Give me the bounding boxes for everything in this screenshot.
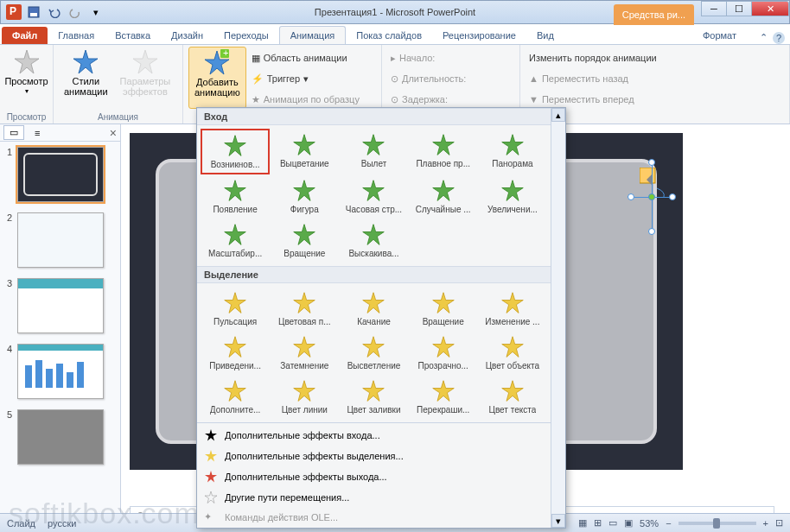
emphasis-effect-item[interactable]: Изменение ... xyxy=(478,287,547,331)
maximize-button[interactable]: ☐ xyxy=(726,1,752,16)
delay-field[interactable]: ⊙ Задержка: xyxy=(387,90,514,109)
entrance-effect-item[interactable]: Вылет xyxy=(339,129,408,174)
emphasis-effect-item[interactable]: Дополните... xyxy=(201,375,270,419)
qat-customize[interactable]: ▾ xyxy=(87,3,105,21)
tab-design[interactable]: Дизайн xyxy=(161,27,213,44)
scroll-down-icon[interactable]: ▾ xyxy=(551,514,565,528)
more-exit-effects[interactable]: Дополнительные эффекты выхода... xyxy=(197,466,551,487)
star-icon xyxy=(292,179,316,203)
emphasis-effect-item[interactable]: Высветление xyxy=(339,331,408,375)
emphasis-effect-item[interactable]: Прозрачно... xyxy=(409,331,478,375)
tab-slideshow[interactable]: Показ слайдов xyxy=(346,27,432,44)
star-icon xyxy=(361,335,385,359)
emphasis-effect-item[interactable]: Цвет объекта xyxy=(478,331,547,375)
undo-button[interactable] xyxy=(46,3,63,21)
slide-thumbnail-2[interactable]: 2 xyxy=(0,207,120,273)
move-earlier-button[interactable]: ▲ Переместить назад xyxy=(526,69,784,88)
scroll-up-icon[interactable]: ▴ xyxy=(551,108,565,122)
emphasis-effect-item[interactable]: Затемнение xyxy=(270,331,339,375)
slide-thumbnail-5[interactable]: 5 xyxy=(0,404,120,470)
contextual-tab-drawing[interactable]: Средства ри... xyxy=(614,4,694,25)
thumbnails-close[interactable]: × xyxy=(110,126,117,140)
entrance-effect-item[interactable]: Фигура xyxy=(270,174,339,218)
app-icon[interactable] xyxy=(6,4,22,20)
svg-marker-42 xyxy=(502,381,524,402)
emphasis-effect-item[interactable]: Перекраши... xyxy=(409,375,478,419)
emphasis-effect-item[interactable]: Качание xyxy=(339,287,408,331)
entrance-effect-item[interactable]: Часовая стр... xyxy=(339,174,408,218)
zoom-slider[interactable] xyxy=(679,522,756,525)
view-sorter-icon[interactable]: ⊞ xyxy=(594,517,602,529)
entrance-effect-item[interactable]: Панорама xyxy=(478,129,547,174)
selection-handles[interactable] xyxy=(631,162,674,231)
tab-view[interactable]: Вид xyxy=(526,27,564,44)
thumbnails-tab-slides[interactable]: ▭ xyxy=(3,125,24,140)
ribbon-minimize-icon[interactable]: ⌃ xyxy=(760,32,768,44)
entrance-effect-item[interactable]: Плавное пр... xyxy=(409,129,478,174)
emphasis-effect-item[interactable]: Пульсация xyxy=(201,287,270,331)
status-slide: Слайд xyxy=(7,518,35,529)
zoom-in-button[interactable]: + xyxy=(763,518,768,529)
emphasis-effect-item[interactable]: Цвет заливки xyxy=(339,375,408,419)
star-icon xyxy=(500,291,525,315)
zoom-level[interactable]: 53% xyxy=(640,518,659,529)
slide-thumbnail-4[interactable]: 4 xyxy=(0,339,120,404)
tab-transitions[interactable]: Переходы xyxy=(213,27,279,44)
group-animation: Стили анимации Параметры эффектов Анимац… xyxy=(54,45,183,124)
slide-thumbnail-1[interactable]: 1 xyxy=(0,142,120,207)
star-icon xyxy=(223,179,247,203)
entrance-effect-item[interactable]: Появление xyxy=(201,174,270,218)
entrance-effect-item[interactable]: Выскакива... xyxy=(339,218,408,263)
gallery-section-emphasis: Выделение xyxy=(197,266,565,283)
svg-marker-36 xyxy=(432,337,454,358)
tab-format[interactable]: Формат xyxy=(692,27,747,44)
entrance-effect-item[interactable]: Увеличени... xyxy=(478,174,547,218)
minimize-button[interactable]: ─ xyxy=(701,1,727,16)
effect-options-button[interactable]: Параметры эффектов xyxy=(115,47,176,98)
close-button[interactable]: ✕ xyxy=(751,1,789,16)
tab-review[interactable]: Рецензирование xyxy=(432,27,526,44)
star-icon xyxy=(500,379,525,403)
view-normal-icon[interactable]: ▦ xyxy=(578,517,587,529)
animation-styles-button[interactable]: Стили анимации xyxy=(59,47,113,98)
entrance-effect-item[interactable]: Случайные ... xyxy=(409,174,478,218)
svg-marker-45 xyxy=(205,471,217,483)
tab-home[interactable]: Главная xyxy=(48,27,105,44)
move-later-button[interactable]: ▼ Переместить вперед xyxy=(526,90,784,109)
more-motion-paths[interactable]: Другие пути перемещения... xyxy=(197,487,551,508)
gallery-scrollbar[interactable]: ▴ ▾ xyxy=(551,108,565,528)
zoom-out-button[interactable]: − xyxy=(666,518,671,529)
fit-to-window-button[interactable]: ⊡ xyxy=(775,517,783,529)
more-emphasis-effects[interactable]: Дополнительные эффекты выделения... xyxy=(197,446,551,466)
slide-thumbnail-3[interactable]: 3 xyxy=(0,273,120,339)
duration-field[interactable]: ⊙ Длительность: xyxy=(387,69,514,88)
tab-animation[interactable]: Анимация xyxy=(279,26,347,44)
start-field[interactable]: ▸ Начало: xyxy=(387,48,514,67)
emphasis-effect-item[interactable]: Цветовая п... xyxy=(270,287,339,331)
trigger-button[interactable]: ⚡Триггер ▾ xyxy=(248,69,363,88)
star-icon xyxy=(361,223,385,247)
animation-painter-button[interactable]: ★Анимация по образцу xyxy=(248,90,363,109)
emphasis-effect-item[interactable]: Вращение xyxy=(409,287,478,331)
entrance-effect-item[interactable]: Вращение xyxy=(270,218,339,263)
preview-button[interactable]: Просмотр ▾ xyxy=(5,47,48,98)
view-reading-icon[interactable]: ▭ xyxy=(608,517,617,529)
animation-pane-button[interactable]: ▦Область анимации xyxy=(248,48,363,67)
entrance-effect-item[interactable]: Возникнов... xyxy=(201,129,270,174)
tab-file[interactable]: Файл xyxy=(2,27,48,44)
help-icon[interactable]: ? xyxy=(773,32,785,44)
save-button[interactable] xyxy=(25,3,42,21)
thumbnails-tab-outline[interactable]: ≡ xyxy=(29,127,45,139)
view-slideshow-icon[interactable]: ▣ xyxy=(624,517,633,529)
status-lang[interactable]: русски xyxy=(48,518,76,529)
redo-button[interactable] xyxy=(67,3,84,21)
entrance-effect-item[interactable]: Масштабир... xyxy=(201,218,270,263)
tab-insert[interactable]: Вставка xyxy=(105,27,161,44)
emphasis-effect-item[interactable]: Цвет линии xyxy=(270,375,339,419)
more-entrance-effects[interactable]: Дополнительные эффекты входа... xyxy=(197,425,551,446)
entrance-effect-item[interactable]: Выцветание xyxy=(270,129,339,174)
svg-marker-34 xyxy=(294,337,315,358)
add-animation-button[interactable]: + Добавить анимацию xyxy=(188,47,246,109)
emphasis-effect-item[interactable]: Цвет текста xyxy=(478,375,547,419)
emphasis-effect-item[interactable]: Приведени... xyxy=(201,331,270,375)
